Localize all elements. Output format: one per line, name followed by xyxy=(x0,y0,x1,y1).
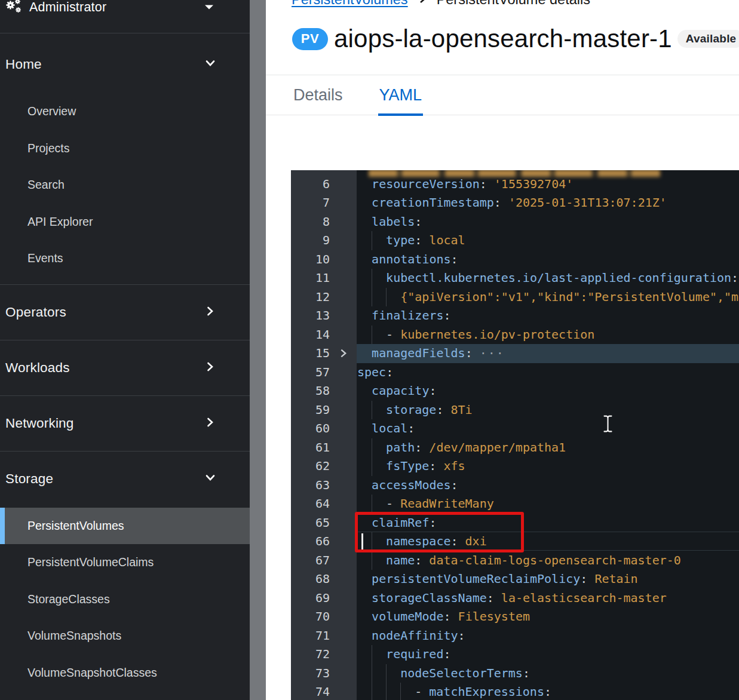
sidebar-section-home[interactable]: Home xyxy=(0,37,250,92)
editor-line-67[interactable]: 67name: data-claim-logs-opensearch-maste… xyxy=(291,551,739,570)
sidebar-section-workloads[interactable]: Workloads xyxy=(0,340,250,395)
editor-line-15[interactable]: 15managedFields: ··· xyxy=(291,344,739,363)
breadcrumb: PersistentVolumes PersistentVolume detai… xyxy=(292,0,590,8)
annotation-red-box xyxy=(355,512,524,552)
editor-line-70[interactable]: 70volumeMode: Filesystem xyxy=(291,607,739,627)
line-number: 59 xyxy=(291,401,357,420)
side-nav: HomeOverviewProjectsSearchAPI ExplorerEv… xyxy=(0,33,250,698)
perspective-label: Administrator xyxy=(29,0,204,15)
line-content: nodeSelectorTerms: xyxy=(357,664,739,683)
tab-details[interactable]: Details xyxy=(292,75,344,115)
editor-line-74[interactable]: 74- matchExpressions: xyxy=(291,683,739,700)
editor-line-7[interactable]: 7creationTimestamp: '2025-01-31T13:07:21… xyxy=(291,194,739,213)
line-content: {"apiVersion":"v1","kind":"PersistentVol… xyxy=(357,288,739,307)
line-number: 11 xyxy=(291,269,357,288)
sidebar-item-volumesnapshotclasses[interactable]: VolumeSnapshotClasses xyxy=(0,655,250,692)
sidebar-section-operators[interactable]: Operators xyxy=(0,285,250,340)
sidebar-section-label: Operators xyxy=(5,305,66,320)
line-content: storage: 8Ti xyxy=(357,401,739,420)
breadcrumb-separator-icon xyxy=(418,0,427,7)
editor-line-9[interactable]: 9type: local xyxy=(291,231,739,250)
sidebar-item-overview[interactable]: Overview xyxy=(0,93,250,130)
line-content: spec: xyxy=(357,363,739,382)
editor-line-11[interactable]: 11kubectl.kubernetes.io/last-applied-con… xyxy=(291,269,739,288)
editor-line-57[interactable]: 57spec: xyxy=(291,363,739,382)
breadcrumb-current: PersistentVolume details xyxy=(437,0,590,8)
sidebar-section-label: Workloads xyxy=(5,360,70,376)
editor-line-72[interactable]: 72required: xyxy=(291,645,739,664)
line-content: required: xyxy=(357,645,739,664)
line-content: - matchExpressions: xyxy=(357,683,739,700)
editor-line-60[interactable]: 60local: xyxy=(291,419,739,438)
fold-chevron-icon[interactable] xyxy=(335,344,351,363)
page-header: PV aiops-la-opensearch-master-1 Availabl… xyxy=(292,24,739,53)
editor-line-61[interactable]: 61path: /dev/mapper/mpatha1 xyxy=(291,438,739,458)
editor-line-6[interactable]: 6resourceVersion: '155392704' xyxy=(291,175,739,194)
line-content: - kubernetes.io/pv-protection xyxy=(357,326,739,345)
chevron-down-icon xyxy=(206,59,215,70)
sidebar-item-persistentvolumes[interactable]: PersistentVolumes xyxy=(0,508,250,545)
line-number: 63 xyxy=(291,476,357,495)
sidebar-item-search[interactable]: Search xyxy=(0,167,250,204)
sidebar-section-label: Home xyxy=(5,57,42,72)
sidebar-section-label: Storage xyxy=(5,471,53,487)
editor-line-62[interactable]: 62fsType: xfs xyxy=(291,457,739,476)
editor-line-59[interactable]: 59storage: 8Ti xyxy=(291,401,739,420)
sidebar-section-storage[interactable]: Storage xyxy=(0,452,250,506)
editor-line-14[interactable]: 14- kubernetes.io/pv-protection xyxy=(291,326,739,345)
blurred-partial-line xyxy=(369,170,660,177)
breadcrumb-link-persistentvolumes[interactable]: PersistentVolumes xyxy=(292,0,408,8)
sidebar-item-storageclasses[interactable]: StorageClasses xyxy=(0,581,250,618)
line-number: 12 xyxy=(291,288,357,307)
line-content: name: data-claim-logs-opensearch-master-… xyxy=(357,551,739,570)
editor-line-73[interactable]: 73nodeSelectorTerms: xyxy=(291,664,739,683)
sidebar-section-networking[interactable]: Networking xyxy=(0,396,250,451)
line-content: type: local xyxy=(357,231,739,250)
line-content: nodeAffinity: xyxy=(357,627,739,646)
editor-line-13[interactable]: 13finalizers: xyxy=(291,306,739,326)
status-badge: Available xyxy=(677,30,739,48)
editor-line-71[interactable]: 71nodeAffinity: xyxy=(291,627,739,646)
editor-line-12[interactable]: 12{"apiVersion":"v1","kind":"PersistentV… xyxy=(291,288,739,307)
app-root: Administrator HomeOverviewProjectsSearch… xyxy=(0,0,739,700)
line-content: capacity: xyxy=(357,382,739,401)
line-content: storageClassName: la-elasticsearch-maste… xyxy=(357,589,739,608)
main-content: PersistentVolumes PersistentVolume detai… xyxy=(266,0,739,700)
editor-line-10[interactable]: 10annotations: xyxy=(291,250,739,269)
line-number: 65 xyxy=(291,514,357,533)
sidebar-subnav-home: OverviewProjectsSearchAPI ExplorerEvents xyxy=(0,92,250,284)
sidebar-item-persistentvolumeclaims[interactable]: PersistentVolumeClaims xyxy=(0,544,250,581)
caret-down-icon xyxy=(204,2,214,13)
line-number: 66 xyxy=(291,532,357,551)
line-number: 64 xyxy=(291,495,357,514)
editor-line-58[interactable]: 58capacity: xyxy=(291,382,739,401)
sidebar-item-api explorer[interactable]: API Explorer xyxy=(0,204,250,241)
yaml-editor[interactable]: 6resourceVersion: '155392704'7creationTi… xyxy=(291,170,739,700)
sidebar-scrollbar[interactable] xyxy=(250,0,266,700)
line-number: 60 xyxy=(291,419,357,438)
editor-line-64[interactable]: 64- ReadWriteMany xyxy=(291,495,739,514)
line-number: 68 xyxy=(291,570,357,589)
line-number: 67 xyxy=(291,551,357,570)
sidebar-item-projects[interactable]: Projects xyxy=(0,130,250,167)
text-caret xyxy=(361,533,363,549)
line-content: fsType: xfs xyxy=(357,457,739,476)
line-content: annotations: xyxy=(357,250,739,269)
line-content: creationTimestamp: '2025-01-31T13:07:21Z… xyxy=(357,194,739,213)
sidebar-item-volumesnapshots[interactable]: VolumeSnapshots xyxy=(0,618,250,655)
editor-line-68[interactable]: 68persistentVolumeReclaimPolicy: Retain xyxy=(291,570,739,589)
line-content: path: /dev/mapper/mpatha1 xyxy=(357,438,739,458)
chevron-right-icon xyxy=(206,306,215,318)
perspective-switcher[interactable]: Administrator xyxy=(0,0,250,33)
resource-kind-badge: PV xyxy=(292,28,328,50)
chevron-down-icon xyxy=(206,473,215,485)
line-number: 71 xyxy=(291,627,357,646)
line-number: 61 xyxy=(291,438,357,458)
editor-line-63[interactable]: 63accessModes: xyxy=(291,476,739,495)
editor-line-8[interactable]: 8labels: xyxy=(291,213,739,232)
line-content: resourceVersion: '155392704' xyxy=(357,175,739,194)
line-content: kubectl.kubernetes.io/last-applied-confi… xyxy=(357,269,739,288)
tab-yaml[interactable]: YAML xyxy=(378,75,424,115)
editor-line-69[interactable]: 69storageClassName: la-elasticsearch-mas… xyxy=(291,589,739,608)
sidebar-item-events[interactable]: Events xyxy=(0,240,250,277)
